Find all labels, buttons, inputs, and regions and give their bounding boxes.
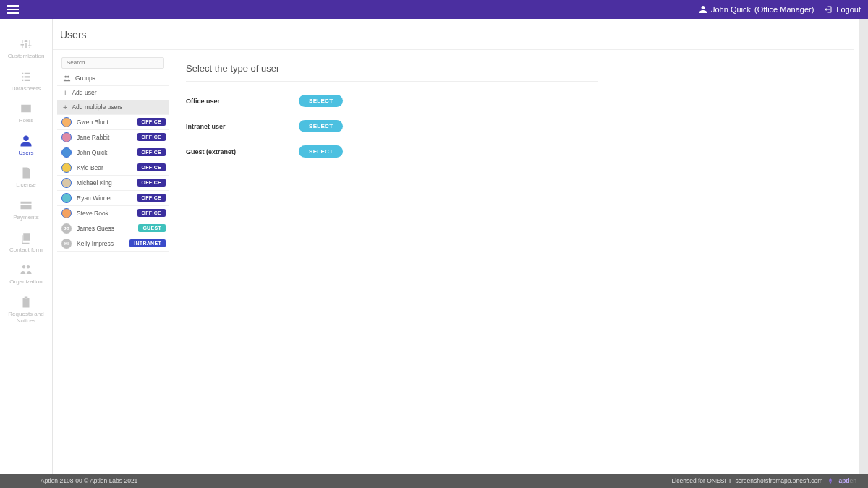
user-type-label: Intranet user	[186, 123, 299, 130]
user-row[interactable]: Gwen BluntOFFICE	[57, 115, 169, 130]
sidebar-label: Contact form	[9, 247, 43, 254]
main-area: Users Groups + Add user + Add multiple u…	[53, 19, 868, 474]
sidebar: Customization Datasheets Roles Users Lic…	[0, 19, 53, 474]
user-type-label: Office user	[186, 98, 299, 105]
select-button[interactable]: SELECT	[299, 145, 343, 158]
user-type-label: Guest (extranet)	[186, 148, 299, 155]
user-type-badge: OFFICE	[137, 118, 166, 126]
user-row[interactable]: Kyle BearOFFICE	[57, 160, 169, 176]
avatar	[61, 117, 72, 127]
org-icon	[19, 263, 33, 276]
user-name-label: Michael King	[77, 179, 137, 187]
page-title: Users	[53, 19, 854, 50]
user-name-label: Kelly Impress	[77, 240, 129, 247]
user-icon	[19, 134, 33, 147]
user-row[interactable]: KIKelly ImpressINTRANET	[57, 236, 169, 252]
sidebar-item-roles[interactable]: Roles	[0, 98, 52, 130]
user-type-badge: OFFICE	[137, 194, 166, 202]
user-type-badge: INTRANET	[129, 239, 166, 247]
user-name-label: Gwen Blunt	[77, 119, 137, 126]
select-button[interactable]: SELECT	[299, 120, 343, 132]
section-heading: Select the type of user	[186, 63, 598, 82]
groups-row[interactable]: Groups	[57, 72, 169, 86]
logout-icon	[824, 5, 833, 14]
user-role: (Office Manager)	[754, 5, 814, 14]
top-bar: John Quick (Office Manager) Logout	[0, 0, 868, 19]
footer-right-text: Licensed for ONESFT_screenshotsfromapp.o…	[672, 477, 823, 484]
sliders-icon	[19, 38, 33, 51]
list-icon	[19, 70, 33, 83]
user-row[interactable]: John QuickOFFICE	[57, 145, 169, 160]
sidebar-label: Requests and Notices	[3, 311, 49, 325]
sidebar-label: Roles	[19, 117, 33, 124]
clipboard-icon	[19, 296, 33, 309]
user-type-panel: Select the type of user Office userSELEC…	[169, 50, 868, 474]
brand-name: apti	[838, 477, 849, 484]
user-row[interactable]: Michael KingOFFICE	[57, 176, 169, 191]
user-row[interactable]: Jane RabbitOFFICE	[57, 130, 169, 145]
footer: Aptien 2108-00 © Aptien Labs 2021 Licens…	[0, 474, 868, 488]
user-name: John Quick	[711, 5, 751, 14]
id-icon	[19, 102, 33, 115]
user-row[interactable]: Ryan WinnerOFFICE	[57, 191, 169, 206]
brand-icon	[827, 477, 834, 484]
plus-icon: +	[63, 103, 67, 111]
user-name-label: James Guess	[77, 225, 138, 232]
sidebar-label: Users	[19, 150, 34, 157]
avatar	[61, 178, 72, 188]
sidebar-item-datasheets[interactable]: Datasheets	[0, 66, 52, 98]
avatar	[61, 208, 72, 218]
logout-button[interactable]: Logout	[824, 5, 861, 14]
hamburger-icon[interactable]	[7, 5, 19, 14]
user-row[interactable]: JGJames GuessGUEST	[57, 221, 169, 236]
user-icon	[699, 5, 707, 14]
sidebar-item-payments[interactable]: Payments	[0, 194, 52, 227]
sidebar-item-contact-form[interactable]: Contact form	[0, 227, 52, 260]
avatar	[61, 147, 72, 158]
user-type-badge: OFFICE	[137, 133, 166, 141]
sidebar-item-license[interactable]: License	[0, 162, 52, 194]
sidebar-label: Customization	[8, 53, 45, 60]
group-icon	[63, 74, 71, 82]
doc-icon	[19, 166, 33, 179]
avatar: KI	[61, 239, 72, 249]
sidebar-item-requests[interactable]: Requests and Notices	[0, 291, 52, 330]
select-button[interactable]: SELECT	[299, 95, 343, 107]
user-row[interactable]: Steve RookOFFICE	[57, 206, 169, 221]
sidebar-item-users[interactable]: Users	[0, 130, 52, 163]
user-name-label: Ryan Winner	[77, 194, 137, 202]
sidebar-item-customization[interactable]: Customization	[0, 33, 52, 66]
user-name-label: Kyle Bear	[77, 164, 137, 171]
user-name-label: Steve Rook	[77, 210, 137, 217]
add-user-row[interactable]: + Add user	[57, 86, 169, 100]
user-list-panel: Groups + Add user + Add multiple users G…	[57, 50, 169, 474]
user-type-row: Office userSELECT	[186, 95, 868, 107]
copy-icon	[19, 231, 33, 244]
user-type-row: Guest (extranet)SELECT	[186, 145, 868, 158]
avatar: JG	[61, 223, 72, 234]
plus-icon: +	[63, 89, 67, 97]
user-type-row: Intranet userSELECT	[186, 120, 868, 132]
add-multiple-label: Add multiple users	[72, 103, 122, 111]
avatar	[61, 193, 72, 203]
avatar	[61, 163, 72, 173]
sidebar-item-organization[interactable]: Organization	[0, 259, 52, 291]
current-user[interactable]: John Quick (Office Manager)	[699, 5, 814, 14]
user-type-badge: OFFICE	[137, 179, 166, 187]
sidebar-label: Payments	[13, 214, 39, 221]
card-icon	[19, 199, 33, 212]
add-multiple-users-row[interactable]: + Add multiple users	[57, 100, 169, 115]
add-user-label: Add user	[72, 89, 96, 96]
brand-suffix: en	[850, 477, 856, 484]
user-type-badge: OFFICE	[137, 148, 166, 156]
user-name-label: John Quick	[77, 149, 137, 156]
avatar	[61, 132, 72, 142]
logout-label: Logout	[836, 5, 861, 14]
groups-label: Groups	[75, 74, 95, 82]
footer-left: Aptien 2108-00 © Aptien Labs 2021	[41, 477, 137, 484]
search-input[interactable]	[61, 57, 164, 69]
user-name-label: Jane Rabbit	[77, 134, 137, 141]
user-type-badge: OFFICE	[137, 163, 166, 171]
user-type-badge: OFFICE	[137, 209, 166, 217]
sidebar-label: Datasheets	[12, 85, 41, 93]
